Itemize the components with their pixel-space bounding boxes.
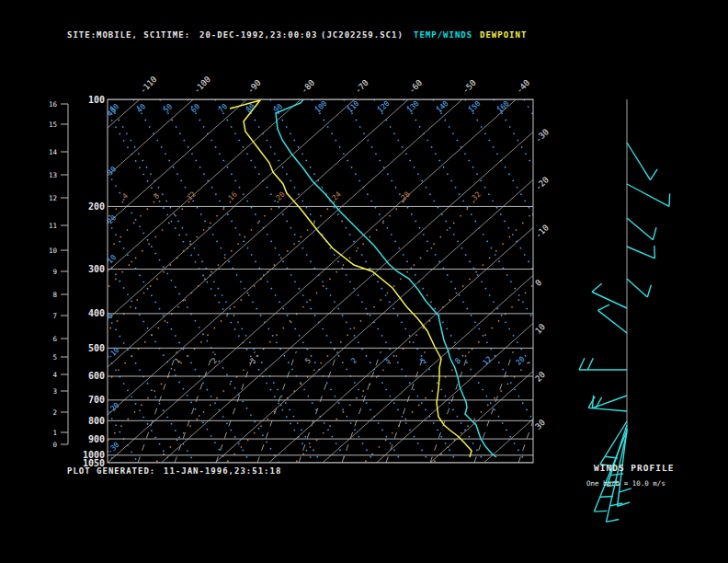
- tick-label: 13: [49, 171, 57, 179]
- tick-label: 40: [135, 102, 147, 114]
- wind-barb-staff: [627, 143, 650, 180]
- tick-label: 16: [49, 100, 58, 109]
- wind-barb-tick: [607, 520, 620, 523]
- tick-label: 15: [49, 121, 57, 129]
- wind-barb-tick: [669, 193, 670, 206]
- tick-label: 12: [482, 355, 494, 367]
- tick-label: 20: [533, 370, 547, 384]
- wind-barb-tick: [650, 169, 657, 180]
- wind-barb-staff: [627, 184, 669, 206]
- tick-label: -110: [138, 75, 158, 95]
- tick-label: 30: [533, 418, 547, 431]
- tick-label: -90: [245, 78, 263, 96]
- tick-label: 500: [88, 343, 105, 353]
- tick-label: 150: [467, 99, 483, 115]
- wind-barb-staff: [627, 218, 653, 240]
- tick-label: -20: [106, 401, 121, 417]
- wind-barb-tick: [587, 358, 593, 370]
- tick-label: 8: [52, 291, 57, 299]
- wind-barb-tick: [596, 397, 602, 408]
- tick-label: -50: [461, 78, 478, 96]
- wind-barb-staff: [588, 408, 627, 411]
- tick-label: 800: [88, 416, 105, 426]
- tick-label: 20: [275, 190, 287, 202]
- wind-barb-tick: [592, 283, 602, 292]
- tick-label: 50: [162, 102, 174, 114]
- wind-barb-tick: [620, 488, 631, 492]
- tick-label: 0: [533, 278, 543, 288]
- tick-label: -40: [515, 78, 532, 96]
- plot-generated-label: PLOT GENERATED:: [67, 466, 155, 476]
- wind-barb-staff: [597, 310, 627, 333]
- tick-label: 32: [471, 190, 483, 202]
- tick-label: 5: [418, 356, 427, 365]
- wind-barb-tick: [653, 227, 656, 240]
- tick-label: -10: [533, 223, 551, 240]
- wind-barb-staff: [627, 247, 654, 259]
- mixing-ratio-labels: 48121620242832: [120, 190, 483, 202]
- tick-label: -30: [106, 441, 121, 456]
- isotherm-labels: -110-100-90-80-70-60-50-40-30-20-1001020…: [138, 75, 551, 431]
- wind-barb-tick: [597, 304, 609, 310]
- tick-label: 160: [495, 99, 511, 115]
- tick-label: 20: [515, 355, 527, 367]
- tick-label: -30: [533, 127, 551, 144]
- mid-chart-labels: 123523581220: [173, 355, 527, 367]
- wind-barb-tick: [594, 511, 607, 511]
- wind-barb-staff: [627, 279, 647, 297]
- tick-label: -70: [353, 78, 370, 96]
- tick-label: 6: [52, 335, 57, 343]
- tick-label: 2: [349, 356, 358, 365]
- tick-label: 130: [405, 99, 421, 115]
- tick-label: 24: [331, 190, 343, 202]
- tick-label: 400: [88, 308, 105, 318]
- tick-label: 8: [453, 356, 462, 365]
- tick-label: 9: [52, 268, 57, 276]
- wind-barb-staff: [592, 396, 627, 408]
- height-axis: 012345678910111213141516: [49, 100, 68, 449]
- tick-label: -20: [533, 175, 551, 192]
- tick-label: -60: [407, 78, 425, 96]
- tick-label: 3: [52, 387, 57, 396]
- tick-label: 100: [88, 95, 105, 105]
- tick-label: 28: [400, 190, 412, 202]
- tick-label: 90: [272, 102, 284, 114]
- tick-label: 300: [88, 264, 105, 274]
- dry-adiabat-lines: [107, 99, 728, 463]
- tick-label: 700: [88, 395, 105, 405]
- tick-label: 5: [303, 356, 313, 365]
- tick-label: 900: [88, 434, 105, 444]
- tick-label: 100: [313, 99, 329, 115]
- temperature-curve: [276, 99, 496, 457]
- tick-label: 11: [49, 222, 57, 230]
- tick-label: -80: [300, 78, 317, 96]
- plot-generated-value: 11-JAN-1996,23:51:18: [164, 466, 281, 476]
- wind-barb-staff: [592, 292, 627, 308]
- tick-label: 4: [52, 371, 57, 379]
- tick-label: 14: [49, 148, 58, 156]
- tick-label: 2: [52, 408, 57, 417]
- tick-label: 3: [248, 356, 257, 365]
- tick-label: 70: [217, 102, 229, 114]
- tick-label: 1: [52, 429, 57, 437]
- tick-label: 16: [227, 190, 239, 202]
- tick-label: 5: [52, 353, 57, 362]
- tick-label: 2: [210, 356, 219, 365]
- wind-barb-tick: [600, 496, 613, 497]
- tick-label: 12: [49, 194, 57, 202]
- tick-label: 1: [173, 356, 182, 365]
- tick-label: 10: [533, 322, 547, 336]
- tick-label: 200: [88, 201, 105, 212]
- tick-label: 120: [376, 99, 392, 115]
- wind-barb-tick: [579, 358, 585, 370]
- tick-label: 7: [52, 312, 57, 320]
- skewt-plot-window: SITE: MOBILE, SC1 TIME: 20-DEC-1992,23:0…: [0, 0, 728, 563]
- tick-label: 8: [152, 191, 161, 201]
- tick-label: 0: [52, 441, 57, 449]
- winds-profile-title: WINDS PROFILE: [594, 463, 674, 473]
- dry-adiabat-labels: 3040506070809010011012013014015016040302…: [106, 99, 511, 456]
- tick-label: 600: [88, 371, 105, 381]
- wind-barb-tick: [647, 285, 651, 297]
- winds-profile-note: One barb = 10.0 m/s: [586, 479, 665, 488]
- tick-label: 60: [189, 102, 201, 114]
